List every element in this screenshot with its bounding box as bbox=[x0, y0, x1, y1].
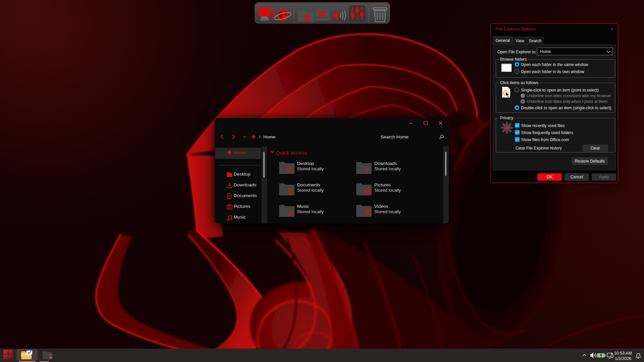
svg-text:Home: Home bbox=[234, 150, 246, 155]
svg-text:1/2/2026: 1/2/2026 bbox=[615, 356, 631, 361]
svg-text:Stored locally: Stored locally bbox=[374, 188, 401, 193]
svg-text:Home: Home bbox=[263, 134, 275, 139]
svg-text:Quick access: Quick access bbox=[276, 150, 307, 156]
svg-text:Downloads: Downloads bbox=[374, 161, 397, 166]
svg-text:Stored locally: Stored locally bbox=[374, 209, 401, 214]
svg-text:Pictures: Pictures bbox=[374, 182, 391, 187]
svg-text:Search Home: Search Home bbox=[381, 134, 409, 139]
svg-text:Stored locally: Stored locally bbox=[297, 209, 324, 214]
svg-text:Stored locally: Stored locally bbox=[374, 166, 401, 171]
svg-text:Documents: Documents bbox=[234, 193, 257, 198]
svg-text:Stored locally: Stored locally bbox=[297, 188, 324, 193]
svg-text:Downloads: Downloads bbox=[234, 182, 256, 187]
svg-text:Stored locally: Stored locally bbox=[297, 166, 324, 171]
svg-text:Music: Music bbox=[234, 215, 246, 220]
svg-text:Videos: Videos bbox=[374, 204, 388, 209]
svg-text:Desktop: Desktop bbox=[234, 172, 251, 177]
svg-text:Desktop: Desktop bbox=[297, 161, 314, 166]
svg-text:10:53 AM: 10:53 AM bbox=[614, 351, 632, 356]
svg-text:Documents: Documents bbox=[297, 182, 320, 187]
svg-text:Pictures: Pictures bbox=[234, 204, 250, 209]
svg-text:Music: Music bbox=[297, 204, 309, 209]
